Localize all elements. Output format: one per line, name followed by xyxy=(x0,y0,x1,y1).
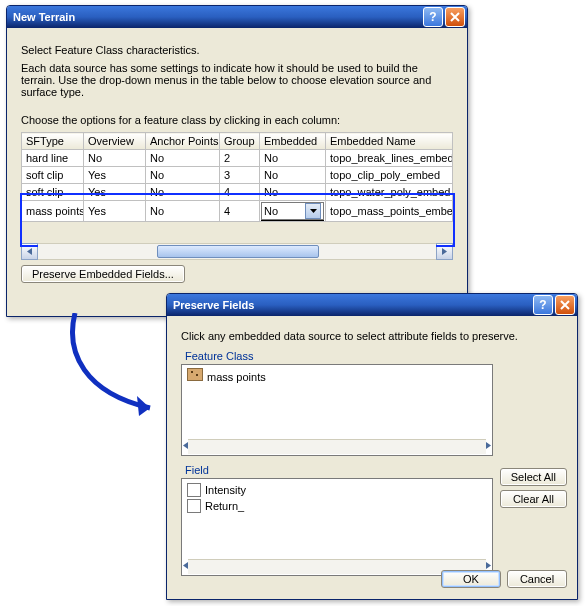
ok-button[interactable]: OK xyxy=(441,570,501,588)
feature-class-label: Feature Class xyxy=(185,350,563,362)
table-row[interactable]: soft clipYesNo4Notopo_water_poly_embed xyxy=(22,184,453,201)
dialog-title: New Terrain xyxy=(13,11,421,23)
scroll-right-button[interactable] xyxy=(436,243,453,260)
select-all-button[interactable]: Select All xyxy=(500,468,567,486)
dropdown-option-yes[interactable]: Yes xyxy=(262,221,323,222)
cell[interactable]: No xyxy=(260,167,326,184)
multipoint-icon xyxy=(187,368,203,381)
help-button[interactable]: ? xyxy=(533,295,553,315)
table-row-selected[interactable]: mass pointsYesNo4 No Yes No xyxy=(22,201,453,222)
cell[interactable]: topo_break_lines_embed xyxy=(326,150,453,167)
titlebar[interactable]: Preserve Fields ? xyxy=(167,294,577,316)
scroll-left-button[interactable] xyxy=(21,243,38,260)
dialog-title: Preserve Fields xyxy=(173,299,531,311)
field-label: Field xyxy=(185,464,491,476)
cell[interactable]: 3 xyxy=(220,167,260,184)
feature-class-list[interactable]: mass points xyxy=(181,364,493,456)
preserve-fields-dialog: Preserve Fields ? Click any embedded dat… xyxy=(166,293,578,600)
cell[interactable]: 4 xyxy=(220,184,260,201)
cell[interactable]: topo_clip_poly_embed xyxy=(326,167,453,184)
feature-class-table: SFType Overview Anchor Points Group Embe… xyxy=(21,132,453,222)
table-h-scrollbar[interactable] xyxy=(21,244,453,259)
close-button[interactable] xyxy=(555,295,575,315)
dropdown-list: Yes No xyxy=(261,220,324,222)
preserve-instructions: Click any embedded data source to select… xyxy=(181,330,563,342)
field-item-label: Intensity xyxy=(205,484,246,496)
feature-class-item[interactable]: mass points xyxy=(187,368,487,383)
col-anchor[interactable]: Anchor Points xyxy=(146,133,220,150)
col-overview[interactable]: Overview xyxy=(84,133,146,150)
table-row[interactable]: soft clipYesNo3Notopo_clip_poly_embed xyxy=(22,167,453,184)
titlebar[interactable]: New Terrain ? xyxy=(7,6,467,28)
embedded-dropdown[interactable]: No xyxy=(261,202,324,220)
col-group[interactable]: Group xyxy=(220,133,260,150)
field-item-label: Return_ xyxy=(205,500,244,512)
help-button[interactable]: ? xyxy=(423,7,443,27)
field-checkbox-intensity[interactable]: Intensity xyxy=(187,482,487,498)
cell[interactable]: No xyxy=(84,150,146,167)
embedded-dropdown-cell[interactable]: No Yes No xyxy=(260,201,326,222)
cell[interactable]: No xyxy=(260,150,326,167)
scroll-right-button[interactable] xyxy=(486,439,491,454)
table-row[interactable]: hard lineNoNo2Notopo_break_lines_embed xyxy=(22,150,453,167)
cell[interactable]: mass points xyxy=(22,201,84,222)
cell[interactable]: No xyxy=(146,201,220,222)
intro-text: Select Feature Class characteristics. Ea… xyxy=(21,44,453,126)
field-checkbox-return[interactable]: Return_ xyxy=(187,498,487,514)
dropdown-value: No xyxy=(264,205,278,217)
preserve-embedded-button[interactable]: Preserve Embedded Fields... xyxy=(21,265,185,283)
cell[interactable]: Yes xyxy=(84,201,146,222)
cancel-button[interactable]: Cancel xyxy=(507,570,567,588)
cell[interactable]: Yes xyxy=(84,167,146,184)
table-header-row: SFType Overview Anchor Points Group Embe… xyxy=(22,133,453,150)
clear-all-button[interactable]: Clear All xyxy=(500,490,567,508)
cell[interactable]: No xyxy=(146,184,220,201)
cell[interactable]: topo_water_poly_embed xyxy=(326,184,453,201)
cell[interactable]: soft clip xyxy=(22,167,84,184)
annotation-arrow-icon xyxy=(55,313,175,423)
cell[interactable]: hard line xyxy=(22,150,84,167)
cell[interactable]: No xyxy=(146,167,220,184)
intro-line-1: Select Feature Class characteristics. xyxy=(21,44,453,56)
col-embname[interactable]: Embedded Name xyxy=(326,133,453,150)
col-sftype[interactable]: SFType xyxy=(22,133,84,150)
intro-line-3: Choose the options for a feature class b… xyxy=(21,114,453,126)
cell[interactable]: topo_mass_points_embed xyxy=(326,201,453,222)
scroll-track[interactable] xyxy=(38,243,436,260)
intro-line-2: Each data source has some settings to in… xyxy=(21,62,453,98)
checkbox-icon[interactable] xyxy=(187,483,201,497)
cell[interactable]: 4 xyxy=(220,201,260,222)
list-h-scrollbar[interactable] xyxy=(183,439,491,454)
chevron-down-icon[interactable] xyxy=(305,203,321,219)
close-button[interactable] xyxy=(445,7,465,27)
field-list[interactable]: Intensity Return_ xyxy=(181,478,493,576)
new-terrain-dialog: New Terrain ? Select Feature Class chara… xyxy=(6,5,468,317)
cell[interactable]: soft clip xyxy=(22,184,84,201)
checkbox-icon[interactable] xyxy=(187,499,201,513)
feature-item-label: mass points xyxy=(207,371,266,383)
col-embedded[interactable]: Embedded xyxy=(260,133,326,150)
cell[interactable]: Yes xyxy=(84,184,146,201)
cell[interactable]: 2 xyxy=(220,150,260,167)
cell[interactable]: No xyxy=(146,150,220,167)
cell[interactable]: No xyxy=(260,184,326,201)
